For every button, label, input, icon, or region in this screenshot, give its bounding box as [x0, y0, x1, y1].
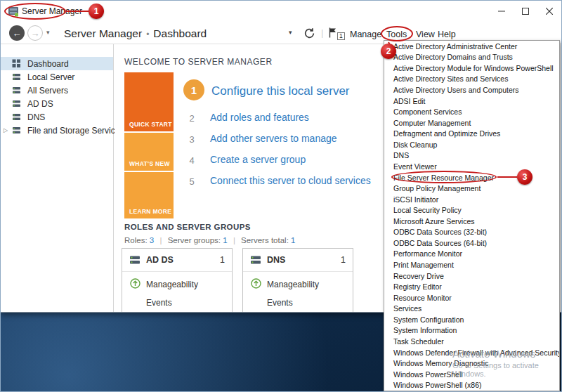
sidebar-item-dns[interactable]: DNS: [1, 110, 113, 124]
notifications-flag-icon[interactable]: [328, 27, 338, 39]
watermark-line1: Activate Windows: [452, 348, 561, 360]
whats-new-tile[interactable]: WHAT'S NEW: [124, 133, 174, 171]
annotation-badge-3: 3: [517, 169, 532, 185]
sidebar-item-label: DNS: [27, 112, 45, 122]
tools-menu-item[interactable]: Group Policy Management: [384, 183, 559, 194]
tools-dropdown-menu: Active Directory Administrative CenterAc…: [384, 40, 560, 391]
welcome-heading: WELCOME TO SERVER MANAGER: [124, 57, 273, 67]
step-4-number: 4: [185, 155, 199, 166]
tools-menu-item[interactable]: DNS: [384, 150, 559, 162]
minimize-button[interactable]: [490, 1, 514, 22]
role-card-dns: DNS 1 Manageability Events: [242, 248, 353, 313]
breadcrumb-root[interactable]: Server Manager: [64, 27, 142, 39]
close-icon: [546, 8, 553, 15]
tools-menu-item[interactable]: ODBC Data Sources (64-bit): [384, 237, 559, 249]
tools-menu-item[interactable]: Defragment and Optimize Drives: [384, 129, 559, 140]
tile-label: QUICK START: [129, 121, 172, 128]
card-row-events[interactable]: Events: [146, 298, 172, 308]
tools-menu-item[interactable]: Local Security Policy: [384, 204, 559, 216]
menu-help[interactable]: Help: [438, 30, 456, 39]
annotation-badge-1: 1: [89, 4, 104, 19]
tools-menu-item[interactable]: Active Directory Module for Windows Powe…: [384, 63, 559, 74]
annotation-oval-tools: [381, 26, 413, 41]
annotation-line-3: [497, 176, 517, 178]
sidebar-item-ad-ds[interactable]: AD DS: [1, 97, 113, 110]
tools-menu-item[interactable]: ODBC Data Sources (32-bit): [384, 227, 559, 238]
maximize-button[interactable]: [514, 1, 537, 22]
tools-menu-item[interactable]: Performance Monitor: [384, 249, 559, 260]
roles-groups-heading: ROLES AND SERVER GROUPS: [124, 223, 251, 231]
tools-menu-item[interactable]: ADSI Edit: [384, 96, 559, 107]
expander-chevron-icon[interactable]: ▷: [4, 127, 8, 133]
tools-menu-item[interactable]: System Configuration: [384, 314, 559, 325]
servers-icon: [12, 86, 21, 95]
server-groups-label: Server groups:: [168, 236, 221, 244]
desktop: Server Manager ← → ▾ Server Manager•Dash…: [0, 0, 562, 392]
card-server-count: 1: [341, 255, 346, 265]
sidebar-item-local-server[interactable]: Local Server: [1, 70, 113, 84]
tools-menu-item[interactable]: Services: [384, 303, 559, 315]
card-divider: [243, 271, 353, 272]
tools-menu-item[interactable]: iSCSI Initiator: [384, 194, 559, 205]
history-chevron-icon[interactable]: ▾: [46, 29, 50, 36]
card-title: AD DS: [146, 255, 174, 265]
tools-menu-item[interactable]: Event Viewer: [384, 161, 559, 172]
step-2-number: 2: [185, 113, 199, 124]
tools-menu-item[interactable]: Active Directory Users and Computers: [384, 84, 559, 96]
back-button[interactable]: ←: [9, 25, 25, 41]
tools-menu-item[interactable]: Active Directory Domains and Trusts: [384, 52, 559, 63]
card-row-events[interactable]: Events: [267, 298, 293, 308]
server-groups-count: 1: [223, 236, 227, 244]
sidebar-item-all-servers[interactable]: All Servers: [1, 84, 113, 97]
server-icon: [12, 112, 21, 122]
sidebar-item-dashboard[interactable]: Dashboard: [1, 57, 113, 70]
tools-menu-item[interactable]: Task Scheduler: [384, 336, 559, 347]
tools-menu-item[interactable]: System Information: [384, 325, 559, 337]
step-create-server-group[interactable]: Create a server group: [210, 154, 306, 165]
breadcrumb: Server Manager•Dashboard: [64, 27, 207, 40]
card-divider: [122, 271, 232, 272]
card-server-count: 1: [220, 255, 225, 265]
tools-menu-item[interactable]: Resource Monitor: [384, 292, 559, 303]
sidebar-item-file-storage-services[interactable]: ▷ File and Storage Services: [1, 124, 113, 137]
tools-menu-item[interactable]: Active Directory Sites and Services: [384, 74, 559, 85]
step-add-roles-features[interactable]: Add roles and features: [210, 112, 309, 123]
close-button[interactable]: [537, 1, 561, 22]
menu-manage[interactable]: Manage: [350, 30, 381, 39]
tools-menu-item[interactable]: Registry Editor: [384, 281, 559, 292]
dashboard-icon: [12, 59, 21, 68]
learn-more-tile[interactable]: LEARN MORE: [124, 172, 174, 218]
forward-button[interactable]: →: [27, 25, 43, 41]
sidebar-item-label: AD DS: [27, 99, 53, 109]
minimize-icon: [498, 8, 505, 15]
card-row-manageability[interactable]: Manageability: [146, 280, 198, 289]
tools-menu-item[interactable]: Active Directory Administrative Center: [384, 41, 559, 52]
summary-separator: |: [156, 236, 165, 244]
sidebar-item-label: Dashboard: [27, 59, 69, 69]
sidebar: Dashboard Local Server All Servers: [1, 44, 114, 313]
dashboard-chevron-icon[interactable]: ▾: [289, 29, 292, 36]
refresh-icon[interactable]: [303, 27, 315, 39]
tools-menu-item[interactable]: Recovery Drive: [384, 270, 559, 282]
notification-count-badge[interactable]: 1: [337, 32, 345, 40]
tools-menu-item[interactable]: Print Management: [384, 259, 559, 270]
quick-start-tile[interactable]: QUICK START: [124, 72, 174, 131]
servers-total-label: Servers total:: [241, 236, 289, 244]
breadcrumb-current[interactable]: Dashboard: [153, 27, 207, 39]
tools-menu-item[interactable]: Microsoft Azure Services: [384, 216, 559, 227]
activate-windows-watermark: Activate Windows Go to Settings to activ…: [452, 348, 561, 378]
summary-separator: |: [230, 236, 239, 244]
step-configure-local-server[interactable]: Configure this local server: [211, 84, 350, 98]
server-icon: [12, 126, 21, 135]
step-add-other-servers[interactable]: Add other servers to manage: [210, 133, 337, 144]
tools-menu-item[interactable]: Windows PowerShell (x86): [384, 379, 559, 391]
step-connect-cloud-services[interactable]: Connect this server to cloud services: [210, 175, 371, 186]
breadcrumb-separator: •: [142, 30, 153, 39]
card-row-manageability[interactable]: Manageability: [267, 280, 319, 289]
menu-view[interactable]: View: [416, 30, 435, 39]
annotation-line-1: [66, 11, 89, 12]
tools-menu-item[interactable]: Component Services: [384, 106, 559, 117]
tools-menu-item[interactable]: Disk Cleanup: [384, 139, 559, 150]
servers-total-count: 1: [291, 236, 295, 244]
tools-menu-item[interactable]: Computer Management: [384, 117, 559, 129]
